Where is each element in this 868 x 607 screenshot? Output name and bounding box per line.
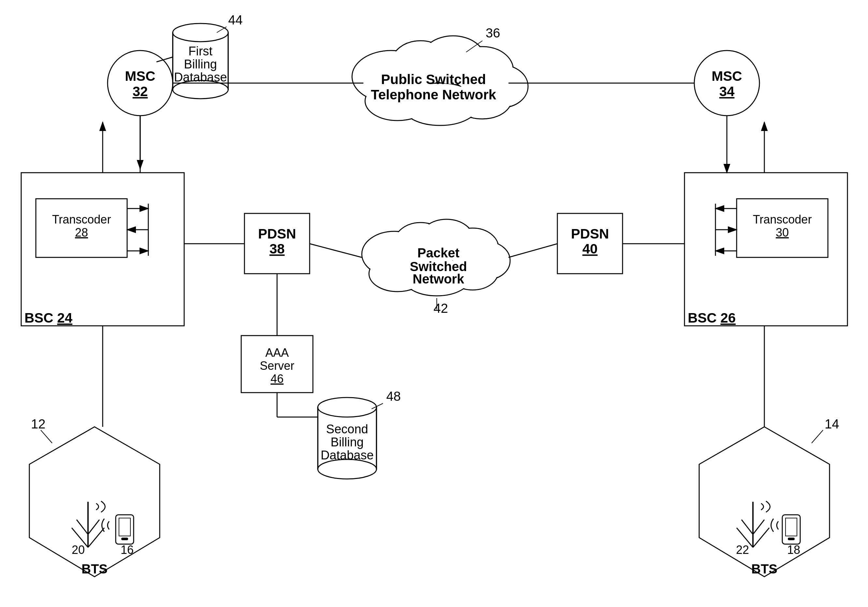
svg-point-38 — [173, 23, 228, 42]
second-billing-id: 48 — [386, 389, 401, 403]
pdsn38-id: 38 — [270, 241, 285, 256]
bts-right-label: BTS — [751, 562, 777, 576]
second-billing-label2: Billing — [330, 435, 363, 449]
first-billing-db: First Billing Database — [173, 23, 228, 99]
first-billing-id: 44 — [228, 13, 243, 27]
transcoder30-id: 30 — [776, 226, 789, 239]
first-billing-label3: Database — [174, 70, 227, 84]
svg-rect-93 — [788, 537, 795, 540]
pdsn40-label: PDSN — [571, 226, 609, 242]
aaa-label2: Server — [260, 359, 294, 372]
svg-point-53 — [318, 459, 377, 479]
psn-label1: Packet — [417, 246, 460, 260]
svg-rect-83 — [121, 537, 128, 540]
transcoder28-label: Transcoder — [52, 213, 111, 226]
bts14-id: 14 — [825, 417, 839, 431]
svg-point-52 — [318, 398, 377, 417]
tower20-id: 20 — [72, 543, 85, 556]
pstn-id: 36 — [486, 26, 500, 40]
bts12-id: 12 — [31, 417, 46, 431]
psn-label3: Network — [413, 272, 465, 286]
msc32-label: MSC — [125, 68, 155, 84]
second-billing-label3: Database — [321, 448, 374, 462]
msc34-label: MSC — [711, 68, 742, 84]
pstn-label2: Telephone Network — [371, 87, 496, 102]
transcoder30-label: Transcoder — [753, 213, 812, 226]
phone18-id: 18 — [787, 543, 800, 556]
aaa-id: 46 — [271, 372, 284, 386]
msc34-id: 34 — [719, 84, 735, 99]
first-billing-label1: First — [188, 44, 212, 58]
tower22-id: 22 — [736, 543, 749, 556]
first-billing-label2: Billing — [184, 57, 217, 71]
transcoder28-id: 28 — [75, 226, 88, 239]
pdsn38-label: PDSN — [258, 226, 296, 242]
diagram-container: Public Switched Telephone Network 36 Pac… — [0, 0, 868, 607]
bsc24-label: BSC 24 — [25, 310, 73, 325]
aaa-label1: AAA — [265, 346, 289, 359]
phone16-id: 16 — [121, 543, 133, 556]
pstn-label: Public Switched — [381, 72, 486, 87]
second-billing-db: Second Billing Database — [318, 398, 377, 479]
pdsn40-id: 40 — [583, 241, 598, 256]
bts-left-label: BTS — [82, 562, 108, 576]
psn-id: 42 — [434, 301, 448, 315]
msc32-id: 32 — [133, 84, 148, 99]
bsc26-label: BSC 26 — [688, 310, 736, 325]
second-billing-label1: Second — [326, 422, 368, 436]
